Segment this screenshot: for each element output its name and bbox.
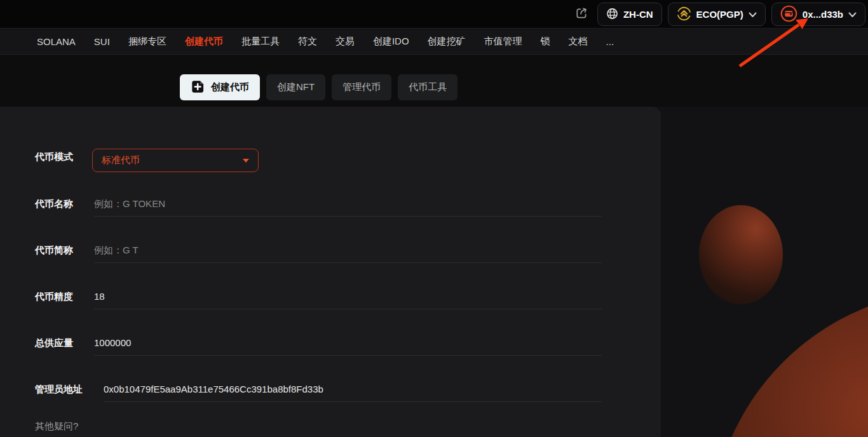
nav-item-sui[interactable]: SUI xyxy=(94,36,110,47)
nav-item-bundle-zone[interactable]: 捆绑专区 xyxy=(128,36,166,48)
nav-item-solana[interactable]: SOLANA xyxy=(37,36,76,47)
field-label-token-decimals: 代币精度 xyxy=(35,290,73,303)
main-area: 代币模式 标准代币 代币名称 代币简称 代币精度 总供应量 管理员地址 其他疑问… xyxy=(0,107,868,437)
token-decimals-input[interactable] xyxy=(94,284,602,309)
tab-label: 代币工具 xyxy=(409,81,447,93)
field-label-token-symbol: 代币简称 xyxy=(35,244,73,257)
add-document-icon xyxy=(191,79,205,96)
caret-down-icon xyxy=(243,159,249,163)
token-symbol-input[interactable] xyxy=(94,238,602,263)
wallet-icon xyxy=(780,5,797,24)
tab-token-tools[interactable]: 代币工具 xyxy=(398,74,458,100)
network-button[interactable]: ECO(PGP) xyxy=(668,3,766,26)
tab-label: 创建代币 xyxy=(211,81,249,93)
field-label-total-supply: 总供应量 xyxy=(35,337,73,349)
share-button[interactable] xyxy=(573,5,592,24)
eco-network-icon xyxy=(677,6,691,23)
nav-item-runes[interactable]: 符文 xyxy=(298,36,317,48)
tab-strip: 创建代币 创建NFT 管理代币 代币工具 xyxy=(0,55,868,107)
token-name-input[interactable] xyxy=(94,191,602,217)
chevron-down-icon xyxy=(848,9,857,20)
token-mode-value: 标准代币 xyxy=(102,154,140,166)
tab-label: 管理代币 xyxy=(342,81,381,93)
nav-item-lock[interactable]: 锁 xyxy=(541,36,550,48)
wallet-button[interactable]: 0x...d33b xyxy=(771,3,865,26)
main-nav: SOLANA SUI 捆绑专区 创建代币 批量工具 符文 交易 创建IDO 创建… xyxy=(0,29,868,55)
token-tabs: 创建代币 创建NFT 管理代币 代币工具 xyxy=(180,74,458,100)
other-questions-link[interactable]: 其他疑问? xyxy=(35,420,78,433)
globe-icon xyxy=(606,8,618,22)
network-label: ECO(PGP) xyxy=(696,9,743,20)
nav-item-market-management[interactable]: 市值管理 xyxy=(484,36,522,48)
top-bar-actions: ZH-CN ECO(PGP) xyxy=(573,3,865,26)
tab-create-nft[interactable]: 创建NFT xyxy=(266,74,325,100)
tab-manage-token[interactable]: 管理代币 xyxy=(332,74,391,100)
token-form-panel: 代币模式 标准代币 代币名称 代币简称 代币精度 总供应量 管理员地址 其他疑问… xyxy=(0,107,661,437)
decorative-sphere-small xyxy=(699,205,783,304)
language-label: ZH-CN xyxy=(623,9,653,20)
nav-item-create-mining[interactable]: 创建挖矿 xyxy=(428,36,466,48)
nav-item-create-ido[interactable]: 创建IDO xyxy=(373,36,409,48)
nav-item-create-token[interactable]: 创建代币 xyxy=(185,36,223,48)
field-label-admin-address: 管理员地址 xyxy=(35,383,83,396)
nav-item-docs[interactable]: 文档 xyxy=(569,36,588,48)
nav-item-trade[interactable]: 交易 xyxy=(336,36,355,48)
nav-item-batch-tools[interactable]: 批量工具 xyxy=(241,36,280,48)
language-button[interactable]: ZH-CN xyxy=(597,3,662,26)
nav-item-more[interactable]: ... xyxy=(606,36,614,47)
chevron-down-icon xyxy=(749,9,757,20)
token-mode-select[interactable]: 标准代币 xyxy=(92,149,259,172)
field-label-token-mode: 代币模式 xyxy=(35,151,73,163)
tab-label: 创建NFT xyxy=(277,81,315,93)
wallet-address-label: 0x...d33b xyxy=(803,9,843,20)
share-icon xyxy=(574,5,590,24)
total-supply-input[interactable] xyxy=(94,330,602,356)
top-bar: ZH-CN ECO(PGP) xyxy=(0,0,868,29)
admin-address-input[interactable] xyxy=(104,377,602,402)
tab-create-token[interactable]: 创建代币 xyxy=(180,74,260,100)
decorative-sphere-large xyxy=(710,290,868,437)
field-label-token-name: 代币名称 xyxy=(35,198,73,210)
